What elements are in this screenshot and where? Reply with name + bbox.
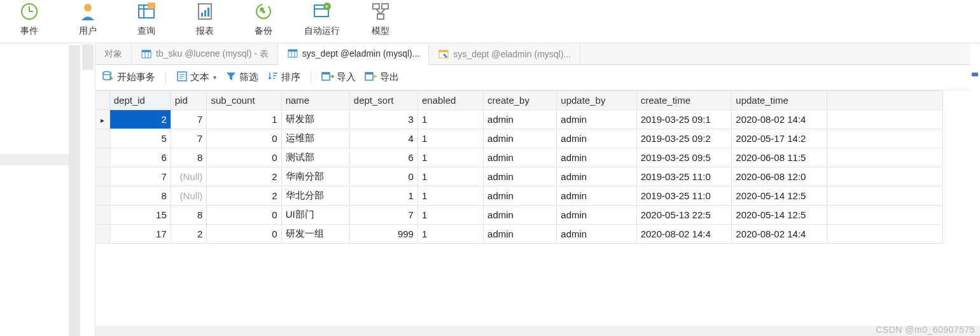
toolbar-model[interactable]: 模型	[351, 0, 410, 37]
cell-dept_sort[interactable]: 4	[349, 129, 417, 148]
cell-dept_id[interactable]: 7	[109, 167, 171, 186]
cell-dept_sort[interactable]: 999	[349, 225, 417, 244]
cell-create_by[interactable]: admin	[484, 148, 557, 167]
cell-update_time[interactable]: 2020-06-08 11:5	[732, 148, 827, 167]
cell-sub_count[interactable]: 0	[207, 225, 281, 244]
tab-objects[interactable]: 对象	[95, 43, 132, 64]
cell-update_time[interactable]: 2020-05-14 12:5	[732, 206, 827, 225]
cell-enabled[interactable]: 1	[417, 148, 483, 167]
row-selector[interactable]	[95, 225, 109, 244]
row-selector[interactable]	[95, 167, 109, 186]
cell-create_time[interactable]: 2020-08-02 14:4	[636, 225, 732, 244]
row-selector[interactable]	[95, 186, 109, 206]
table-row[interactable]: 680测试部61adminadmin2019-03-25 09:52020-06…	[95, 148, 943, 167]
cell-dept_id[interactable]: 2	[109, 110, 171, 129]
sort-button[interactable]: 排序	[267, 71, 300, 84]
cell-name[interactable]: UI部门	[281, 206, 349, 225]
cell-update_by[interactable]: admin	[557, 148, 636, 167]
cell-dept_sort[interactable]: 6	[349, 148, 417, 167]
data-grid[interactable]: dept_id pid sub_count name dept_sort ena…	[95, 90, 980, 336]
col-header[interactable]: create_time	[636, 91, 732, 110]
cell-sub_count[interactable]: 0	[207, 148, 281, 167]
cell-dept_id[interactable]: 5	[109, 129, 171, 148]
cell-create_by[interactable]: admin	[484, 110, 557, 129]
col-header[interactable]: pid	[171, 91, 207, 110]
col-header[interactable]: update_time	[732, 91, 827, 110]
toolbar-backup[interactable]: 备份	[234, 0, 293, 37]
content-scrollbar[interactable]	[80, 43, 95, 336]
row-selector-header[interactable]	[95, 91, 109, 110]
cell-enabled[interactable]: 1	[417, 167, 483, 186]
cell-create_time[interactable]: 2019-03-25 09:2	[636, 129, 732, 148]
cell-enabled[interactable]: 1	[417, 225, 483, 244]
toolbar-event[interactable]: 事件	[0, 0, 59, 37]
col-header[interactable]: update_by	[557, 91, 636, 110]
row-selector[interactable]	[95, 206, 109, 225]
cell-create_time[interactable]: 2019-03-25 09:1	[636, 110, 732, 129]
cell-create_by[interactable]: admin	[484, 225, 557, 244]
cell-update_by[interactable]: admin	[557, 186, 636, 206]
cell-create_time[interactable]: 2019-03-25 09:5	[636, 148, 732, 167]
cell-name[interactable]: 华北分部	[281, 186, 349, 206]
table-row[interactable]: 570运维部41adminadmin2019-03-25 09:22020-05…	[95, 129, 943, 148]
col-header[interactable]: sub_count	[207, 91, 281, 110]
col-header[interactable]: name	[281, 91, 349, 110]
begin-transaction-button[interactable]: 开始事务	[102, 70, 155, 85]
cell-pid[interactable]: 7	[171, 110, 207, 129]
cell-enabled[interactable]: 1	[417, 206, 483, 225]
cell-dept_sort[interactable]: 0	[349, 167, 417, 186]
tab-sysdept-data[interactable]: sys_dept @eladmin (mysql)...	[278, 43, 430, 65]
cell-pid[interactable]: 8	[171, 206, 207, 225]
cell-update_by[interactable]: admin	[557, 110, 636, 129]
row-selector[interactable]	[95, 129, 109, 148]
cell-update_time[interactable]: 2020-08-02 14:4	[732, 110, 827, 129]
cell-create_time[interactable]: 2019-03-25 11:0	[636, 167, 732, 186]
table-row[interactable]: 8(Null)2华北分部11adminadmin2019-03-25 11:02…	[95, 186, 943, 206]
row-selector[interactable]	[95, 148, 109, 167]
cell-dept_id[interactable]: 8	[109, 186, 171, 206]
toolbar-query[interactable]: 查询	[117, 0, 176, 37]
tab-sysdept-design[interactable]: sys_dept @eladmin (mysql)...	[429, 43, 580, 64]
cell-pid[interactable]: 7	[171, 129, 207, 148]
cell-pid[interactable]: 2	[171, 225, 207, 244]
cell-create_time[interactable]: 2020-05-13 22:5	[636, 206, 732, 225]
toolbar-autorun[interactable]: 自动运行	[293, 0, 351, 37]
cell-pid[interactable]: 8	[171, 148, 207, 167]
cell-pid[interactable]: (Null)	[171, 186, 207, 206]
export-button[interactable]: 导出	[365, 71, 399, 84]
cell-pid[interactable]: (Null)	[171, 167, 207, 186]
left-scrollbar[interactable]	[69, 45, 80, 336]
table-row[interactable]: 1720研发一组9991adminadmin2020-08-02 14:4202…	[95, 225, 943, 244]
cell-create_time[interactable]: 2019-03-25 11:0	[636, 186, 732, 206]
table-row[interactable]: 271研发部31adminadmin2019-03-25 09:12020-08…	[95, 110, 943, 129]
cell-sub_count[interactable]: 2	[207, 167, 281, 186]
row-selector[interactable]	[95, 110, 109, 129]
cell-enabled[interactable]: 1	[417, 129, 483, 148]
text-button[interactable]: 文本	[176, 71, 216, 84]
cell-update_time[interactable]: 2020-05-17 14:2	[732, 129, 827, 148]
cell-enabled[interactable]: 1	[417, 186, 483, 206]
cell-dept_sort[interactable]: 1	[349, 186, 417, 206]
cell-create_by[interactable]: admin	[484, 206, 557, 225]
cell-update_by[interactable]: admin	[557, 129, 636, 148]
cell-name[interactable]: 运维部	[281, 129, 349, 148]
col-header[interactable]: dept_sort	[349, 91, 417, 110]
horizontal-scrollbar[interactable]	[95, 326, 980, 336]
cell-dept_sort[interactable]: 3	[349, 110, 417, 129]
cell-sub_count[interactable]: 0	[207, 206, 281, 225]
toolbar-user[interactable]: 用户	[59, 0, 117, 37]
cell-update_by[interactable]: admin	[557, 167, 636, 186]
import-button[interactable]: 导入	[321, 71, 356, 84]
cell-dept_sort[interactable]: 7	[349, 206, 417, 225]
cell-name[interactable]: 华南分部	[281, 167, 349, 186]
table-row[interactable]: 7(Null)2华南分部01adminadmin2019-03-25 11:02…	[95, 167, 943, 186]
cell-sub_count[interactable]: 0	[207, 129, 281, 148]
cell-update_time[interactable]: 2020-08-02 14:4	[732, 225, 827, 244]
col-header[interactable]: dept_id	[109, 91, 171, 110]
col-header[interactable]: enabled	[417, 91, 483, 110]
cell-create_by[interactable]: admin	[484, 129, 557, 148]
cell-update_time[interactable]: 2020-06-08 12:0	[732, 167, 827, 186]
cell-dept_id[interactable]: 15	[109, 206, 171, 225]
cell-dept_id[interactable]: 17	[109, 225, 171, 244]
tab-tbsku[interactable]: tb_sku @lucene (mysql) - 表	[132, 43, 278, 64]
